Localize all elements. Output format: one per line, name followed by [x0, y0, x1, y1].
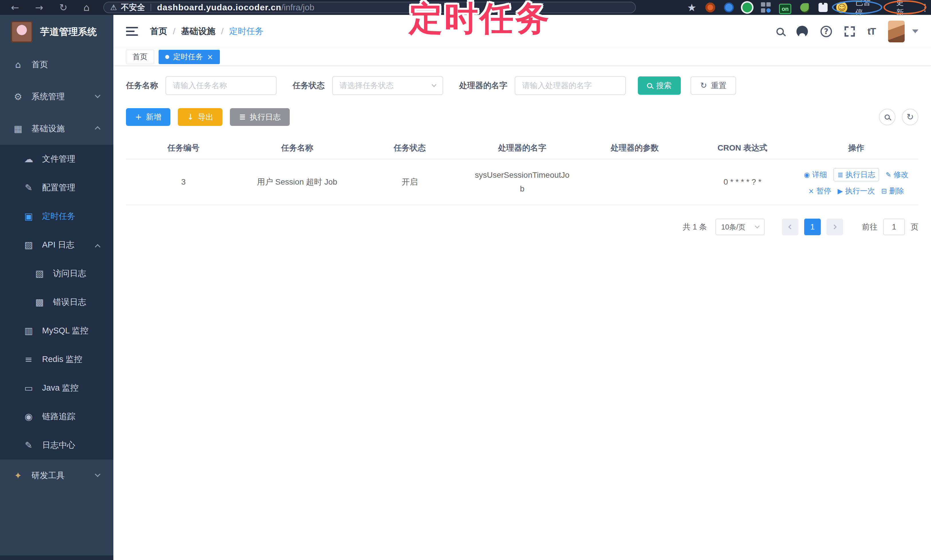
pause-link[interactable]: × 暂停 [808, 186, 831, 196]
search-button[interactable]: 搜索 [638, 76, 681, 95]
goto-label: 前往 [862, 222, 877, 232]
tab-scheduled-jobs[interactable]: 定时任务 × [159, 50, 220, 64]
chevron-left-icon [788, 225, 793, 229]
sidebar-item-mysql-monitor[interactable]: ▥ MySQL 监控 [0, 317, 113, 345]
font-size-icon[interactable]: tT [868, 26, 876, 37]
update-button[interactable]: 更新 [896, 0, 911, 18]
not-secure-label: 不安全 [121, 2, 145, 13]
sidebar-item-home[interactable]: ⌂ 首页 [0, 49, 113, 81]
cell-cron: 0 * * * * ? * [691, 159, 794, 205]
sidebar-item-log-center[interactable]: ✎ 日志中心 [0, 431, 113, 460]
sidebar-item-infrastructure[interactable]: ▦ 基础设施 [0, 113, 113, 145]
edit-link[interactable]: ✎ 修改 [885, 170, 908, 180]
sidebar-item-label: 首页 [31, 59, 48, 71]
log-icon: ≣ [239, 113, 246, 121]
extension-green-icon[interactable] [742, 2, 753, 13]
user-menu-caret-icon[interactable] [912, 29, 919, 33]
sidebar-item-access-log[interactable]: ▧ 访问日志 [0, 259, 113, 288]
help-icon[interactable]: ? [820, 26, 832, 37]
address-bar[interactable]: ⚠ 不安全 dashboard.yudao.iocoder.cn /infra/… [103, 2, 636, 13]
github-icon[interactable] [797, 26, 808, 37]
main-area: 首页 / 基础设施 / 定时任务 ? tT 首页 定时任务 × [113, 15, 931, 560]
handler-name-input[interactable] [515, 76, 626, 95]
plus-icon: + [135, 113, 142, 121]
job-status-placeholder: 请选择任务状态 [339, 80, 394, 91]
breadcrumb-infrastructure[interactable]: 基础设施 [181, 25, 215, 37]
browser-back-icon[interactable]: ← [11, 3, 19, 12]
edit-icon: ✎ [885, 171, 891, 178]
sidebar-item-system-mgmt[interactable]: ⚙ 系统管理 [0, 81, 113, 113]
sidebar-item-label: Redis 监控 [42, 354, 82, 365]
view-icon: ◉ [804, 171, 810, 178]
sidebar-item-label: 访问日志 [53, 268, 86, 279]
job-status-select[interactable]: 请选择任务状态 [332, 76, 443, 95]
url-path: /infra/job [281, 3, 314, 12]
extension-grid-icon[interactable] [761, 2, 771, 13]
sidebar-item-dev-tools[interactable]: ✦ 研发工具 [0, 460, 113, 492]
app-title: 芋道管理系统 [40, 25, 97, 38]
sidebar-item-error-log[interactable]: ▩ 错误日志 [0, 288, 113, 317]
pause-link-label: 暂停 [816, 186, 831, 196]
tab-label: 定时任务 [173, 52, 203, 62]
breadcrumb-home[interactable]: 首页 [150, 25, 167, 37]
toggle-search-button[interactable] [879, 109, 896, 125]
delete-link[interactable]: ⊟ 删除 [881, 186, 904, 196]
sidebar-item-redis-monitor[interactable]: ≡ Redis 监控 [0, 345, 113, 374]
sidebar-item-java-monitor[interactable]: ▭ Java 监控 [0, 374, 113, 402]
pagination: 共 1 条 10条/页 1 前往 页 [126, 218, 919, 235]
prev-page-button[interactable] [782, 218, 798, 235]
extension-on-icon[interactable]: on [779, 4, 791, 14]
next-page-button[interactable] [826, 218, 843, 235]
tab-home[interactable]: 首页 [126, 50, 154, 64]
browser-menu-icon[interactable]: ⋮ [919, 2, 931, 13]
cell-job-id: 3 [126, 159, 241, 205]
infrastructure-submenu: ☁ 文件管理 ✎ 配置管理 ▣ 定时任务 ▨ API 日志 ▧ 访问日志 ▩ 错… [0, 145, 113, 460]
profile-avatar-icon[interactable]: ☺ [836, 2, 848, 13]
browser-home-icon[interactable]: ⌂ [83, 3, 90, 12]
bookmark-star-icon[interactable]: ★ [686, 2, 697, 13]
chevron-right-icon [832, 225, 837, 229]
column-job-name: 任务名称 [241, 135, 353, 159]
execution-log-button[interactable]: ≣ 执行日志 [230, 108, 290, 126]
refresh-table-button[interactable]: ↻ [902, 109, 919, 125]
sidebar-bottom-strip [0, 555, 113, 560]
breadcrumb: 首页 / 基础设施 / 定时任务 [150, 25, 264, 37]
reset-button[interactable]: ↻ 重置 [691, 76, 736, 95]
sidebar-item-config-mgmt[interactable]: ✎ 配置管理 [0, 174, 113, 202]
extension-orange-icon[interactable] [705, 2, 716, 13]
tags-view-bar: 首页 定时任务 × [113, 48, 931, 66]
fullscreen-icon[interactable] [845, 26, 855, 37]
browser-forward-icon[interactable]: → [35, 3, 43, 12]
sidebar-item-api-log[interactable]: ▨ API 日志 [0, 231, 113, 259]
detail-link[interactable]: ◉ 详细 [804, 170, 827, 180]
export-button[interactable]: ↓ 导出 [178, 108, 222, 126]
page-number-button[interactable]: 1 [804, 218, 821, 235]
sidebar-item-label: 基础设施 [31, 123, 65, 134]
page-size-select[interactable]: 10条/页 [715, 218, 765, 235]
search-icon[interactable] [777, 28, 784, 35]
close-icon[interactable]: × [207, 53, 213, 61]
extension-leaf-icon[interactable] [799, 2, 810, 13]
sidebar-item-label: API 日志 [42, 239, 74, 251]
extension-blue-icon[interactable] [723, 2, 734, 13]
cell-handler-name: sysUserSessionTimeoutJob [466, 159, 578, 205]
sidebar-item-scheduled-jobs[interactable]: ▣ 定时任务 [0, 202, 113, 231]
breadcrumb-current: 定时任务 [229, 25, 264, 37]
run-once-link[interactable]: ▶ 执行一次 [837, 186, 875, 196]
user-avatar[interactable] [888, 21, 905, 42]
add-button[interactable]: + 新增 [126, 108, 170, 126]
sidebar-item-label: 链路追踪 [42, 411, 75, 422]
sidebar-toggle-icon[interactable] [126, 27, 138, 36]
browser-reload-icon[interactable]: ↻ [59, 3, 68, 12]
job-name-label: 任务名称 [126, 80, 158, 91]
sidebar-item-file-mgmt[interactable]: ☁ 文件管理 [0, 145, 113, 174]
extensions-puzzle-icon[interactable] [818, 2, 829, 13]
goto-page-input[interactable] [883, 218, 905, 235]
delete-link-label: 删除 [889, 186, 904, 196]
job-status-label: 任务状态 [293, 80, 325, 91]
job-log-link-label: 执行日志 [845, 170, 875, 180]
sidebar-item-label: 定时任务 [42, 211, 75, 222]
sidebar-item-tracing[interactable]: ◉ 链路追踪 [0, 402, 113, 431]
job-name-input[interactable] [165, 76, 277, 95]
job-log-link[interactable]: ≣ 执行日志 [833, 168, 879, 182]
